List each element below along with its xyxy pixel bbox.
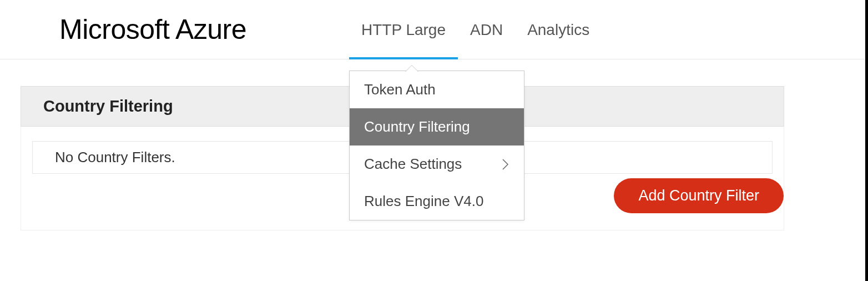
dropdown-item-label: Cache Settings <box>364 155 462 173</box>
dropdown-item-country-filtering[interactable]: Country Filtering <box>350 108 524 145</box>
top-navigation-bar: Microsoft Azure HTTP Large ADN Analytics <box>0 0 868 59</box>
dropdown-item-cache-settings[interactable]: Cache Settings <box>350 145 524 183</box>
chevron-right-icon <box>502 158 509 170</box>
nav-tab-label: Analytics <box>527 21 589 39</box>
dropdown-item-token-auth[interactable]: Token Auth <box>350 71 524 108</box>
dropdown-item-label: Token Auth <box>364 81 436 98</box>
nav-tab-adn[interactable]: ADN <box>458 0 515 59</box>
dropdown-item-label: Rules Engine V4.0 <box>364 193 483 210</box>
primary-nav: HTTP Large ADN Analytics <box>349 0 602 59</box>
dropdown-item-rules-engine[interactable]: Rules Engine V4.0 <box>350 183 524 220</box>
http-large-dropdown: Token Auth Country Filtering Cache Setti… <box>349 71 524 220</box>
nav-tab-label: ADN <box>470 21 503 39</box>
azure-logo-text: Microsoft Azure <box>59 13 246 46</box>
dropdown-item-label: Country Filtering <box>364 118 470 136</box>
add-country-filter-button[interactable]: Add Country Filter <box>614 178 784 213</box>
right-border-decoration <box>865 0 868 281</box>
nav-tab-analytics[interactable]: Analytics <box>515 0 602 59</box>
nav-tab-label: HTTP Large <box>361 21 446 39</box>
nav-tab-http-large[interactable]: HTTP Large <box>349 0 458 59</box>
